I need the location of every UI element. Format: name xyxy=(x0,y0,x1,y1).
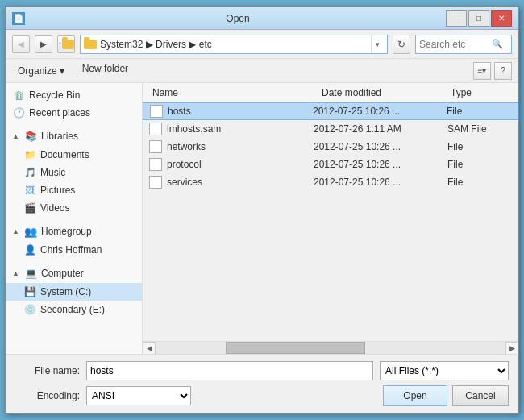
sidebar-libraries-header[interactable]: ▲ 📚 Libraries xyxy=(6,127,142,146)
sidebar-homegroup-header[interactable]: ▲ 👥 Homegroup xyxy=(6,222,142,241)
sidebar-computer-header[interactable]: ▲ 💻 Computer xyxy=(6,264,142,283)
table-row[interactable]: lmhosts.sam 2012-07-26 1:11 AM SAM File xyxy=(143,120,518,138)
filename-row: File name: All Files (*.*) xyxy=(15,361,509,380)
table-row[interactable]: services 2012-07-25 10:26 ... File xyxy=(143,173,518,191)
table-row[interactable]: networks 2012-07-25 10:26 ... File xyxy=(143,138,518,156)
titlebar-controls: — □ ✕ xyxy=(446,10,512,27)
sidebar-item-recent-places[interactable]: 🕐 Recent places xyxy=(6,104,142,122)
recent-places-icon: 🕐 xyxy=(12,106,25,119)
table-row[interactable]: hosts 2012-07-25 10:26 ... File xyxy=(143,102,518,120)
search-box[interactable]: 🔍 xyxy=(415,35,512,54)
file-icon xyxy=(149,176,162,189)
sidebar-item-pictures[interactable]: 🖼 Pictures xyxy=(6,181,142,199)
minimize-button[interactable]: — xyxy=(446,10,467,27)
sidebar-item-label: Music xyxy=(40,167,65,178)
address-path: System32 ▶ Drivers ▶ etc xyxy=(100,39,368,50)
computer-icon: 💻 xyxy=(24,267,37,280)
sidebar-libraries-label: Libraries xyxy=(41,131,78,142)
sidebar-item-recycle-bin[interactable]: 🗑 Recycle Bin xyxy=(6,86,142,104)
horizontal-scrollbar[interactable]: ◀ ▶ xyxy=(143,341,518,354)
encoding-row: Encoding: ANSI Open Cancel xyxy=(15,385,509,406)
file-type: File xyxy=(447,141,512,152)
dialog-icon-glyph: 📄 xyxy=(14,14,23,23)
help-button[interactable]: ? xyxy=(494,62,512,80)
sidebar-item-chris-hoffman[interactable]: 👤 Chris Hoffman xyxy=(6,241,142,259)
refresh-button[interactable]: ↻ xyxy=(393,35,410,54)
filetype-select[interactable]: All Files (*.*) xyxy=(380,361,509,380)
table-row[interactable]: protocol 2012-07-25 10:26 ... File xyxy=(143,156,518,173)
scroll-track[interactable] xyxy=(156,342,505,354)
file-name: networks xyxy=(167,141,309,152)
col-type-header[interactable]: Type xyxy=(447,87,512,98)
toolbar2-right: ≡ ▾ ? xyxy=(473,62,512,80)
open-dialog: 📄 Open — □ ✕ ◀ ▶ ↑ System32 ▶ Drivers ▶ … xyxy=(5,6,519,414)
address-dropdown-button[interactable]: ▾ xyxy=(371,35,384,53)
scroll-right-button[interactable]: ▶ xyxy=(505,342,518,355)
sidebar-item-label: Recent places xyxy=(29,107,90,119)
sidebar-item-label: Pictures xyxy=(40,185,75,196)
chris-hoffman-icon: 👤 xyxy=(23,243,36,256)
view-arrow: ▾ xyxy=(482,66,486,75)
back-button[interactable]: ◀ xyxy=(12,35,30,53)
file-type: File xyxy=(447,177,512,188)
scroll-left-button[interactable]: ◀ xyxy=(143,342,156,355)
pictures-icon: 🖼 xyxy=(23,184,36,197)
file-name: protocol xyxy=(167,159,309,170)
sidebar-item-system-c[interactable]: 💾 System (C:) xyxy=(6,283,142,301)
sidebar-item-secondary-e[interactable]: 💿 Secondary (E:) xyxy=(6,301,142,318)
encoding-select[interactable]: ANSI xyxy=(86,386,191,405)
videos-icon: 🎬 xyxy=(23,202,36,214)
sidebar-item-label: Chris Hoffman xyxy=(40,244,102,256)
file-date: 2012-07-25 10:26 ... xyxy=(314,177,443,188)
file-date: 2012-07-25 10:26 ... xyxy=(314,159,443,170)
system-c-icon: 💾 xyxy=(23,285,36,298)
filename-input[interactable] xyxy=(86,361,373,380)
sidebar-item-label: Documents xyxy=(40,149,89,160)
sidebar-item-label: System (C:) xyxy=(40,286,91,297)
address-sep1: ▶ xyxy=(146,39,156,50)
file-icon xyxy=(150,105,163,118)
file-name: lmhosts.sam xyxy=(167,123,309,135)
file-list: hosts 2012-07-25 10:26 ... File lmhosts.… xyxy=(143,102,518,341)
file-icon xyxy=(149,140,162,153)
file-date: 2012-07-26 1:11 AM xyxy=(314,123,443,135)
file-date: 2012-07-25 10:26 ... xyxy=(314,141,443,152)
organize-arrow: ▾ xyxy=(60,65,64,77)
up-button[interactable]: ↑ xyxy=(57,35,75,53)
close-button[interactable]: ✕ xyxy=(491,10,512,27)
forward-button[interactable]: ▶ xyxy=(35,35,52,53)
search-input[interactable] xyxy=(419,39,492,50)
sidebar-item-music[interactable]: 🎵 Music xyxy=(6,164,142,181)
file-type: File xyxy=(447,159,512,170)
file-name: hosts xyxy=(168,106,308,117)
sidebar-item-label: Recycle Bin xyxy=(29,89,80,101)
address-bar[interactable]: System32 ▶ Drivers ▶ etc ▾ xyxy=(80,35,388,54)
main-area: 🗑 Recycle Bin 🕐 Recent places ▲ 📚 Librar… xyxy=(6,83,518,354)
file-type: File xyxy=(447,106,511,117)
col-name-header[interactable]: Name xyxy=(149,87,318,98)
sidebar-item-documents[interactable]: 📁 Documents xyxy=(6,146,142,164)
libraries-expand-icon: ▲ xyxy=(12,132,20,140)
address-part3: etc xyxy=(199,39,212,50)
sidebar-item-label: Videos xyxy=(40,202,69,214)
sidebar-item-videos[interactable]: 🎬 Videos xyxy=(6,199,142,217)
sidebar: 🗑 Recycle Bin 🕐 Recent places ▲ 📚 Librar… xyxy=(6,83,143,354)
scroll-thumb[interactable] xyxy=(226,342,366,354)
view-button[interactable]: ≡ ▾ xyxy=(473,62,491,80)
file-icon xyxy=(149,123,162,135)
col-date-header[interactable]: Date modified xyxy=(318,87,447,98)
footer-actions: Open Cancel xyxy=(383,385,509,406)
documents-icon: 📁 xyxy=(23,148,36,161)
navigation-toolbar: ◀ ▶ ↑ System32 ▶ Drivers ▶ etc ▾ ↻ 🔍 xyxy=(6,30,518,59)
organize-toolbar: Organize ▾ New folder ≡ ▾ ? xyxy=(6,59,518,83)
maximize-button[interactable]: □ xyxy=(468,10,489,27)
sidebar-computer-label: Computer xyxy=(41,268,84,279)
address-part2: Drivers xyxy=(156,39,186,50)
homegroup-expand-icon: ▲ xyxy=(12,227,20,235)
open-button[interactable]: Open xyxy=(383,385,447,406)
titlebar: 📄 Open — □ ✕ xyxy=(6,7,518,30)
organize-button[interactable]: Organize ▾ xyxy=(12,62,70,80)
computer-expand-icon: ▲ xyxy=(12,269,20,277)
new-folder-button[interactable]: New folder xyxy=(77,62,134,80)
cancel-button[interactable]: Cancel xyxy=(452,385,509,406)
